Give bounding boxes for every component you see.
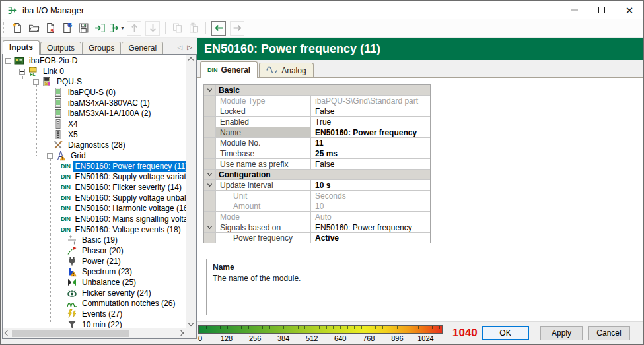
tab-scroll-right-icon[interactable]: ▷ — [187, 44, 192, 51]
tree-item-label[interactable]: Phasor (20) — [80, 245, 125, 256]
property-value[interactable]: ibaPQU-S\Grid\Standard part — [311, 96, 430, 106]
tab-general[interactable]: General — [122, 42, 163, 54]
tree-item[interactable]: DINEN50160: Harmonic voltage (16) — [3, 203, 186, 214]
tree-item-label[interactable]: PQU-S — [55, 77, 84, 87]
tab-analog[interactable]: Analog — [259, 63, 313, 77]
maximize-button[interactable] — [588, 1, 616, 19]
tree-item[interactable]: Commutation notches (26) — [3, 298, 186, 309]
property-value[interactable]: False — [311, 106, 430, 116]
tree-item-label[interactable]: Unbalance (25) — [80, 277, 138, 288]
tree-item-label[interactable]: Diagnostics (28) — [66, 140, 127, 150]
open-config-s-button[interactable]: s — [42, 20, 59, 36]
property-value[interactable]: Seconds — [311, 191, 430, 201]
tree-item[interactable]: Flicker severity (24) — [3, 288, 186, 298]
tree-item-label[interactable]: EN50160: Supply voltage unbala — [73, 193, 186, 203]
tree-item[interactable]: DINEN50160: Flicker severity (14) — [3, 182, 186, 193]
tab-inputs[interactable]: Inputs — [3, 40, 40, 55]
tree-item[interactable]: ibaPQU-S (0) — [3, 87, 186, 98]
tree-item[interactable]: Basic (19) — [3, 235, 186, 245]
tree-item[interactable]: X5 — [3, 129, 186, 140]
tree-item[interactable]: DINEN50160: Mains signalling voltag — [3, 214, 186, 224]
tree-item[interactable]: Power (21) — [3, 256, 186, 267]
collapse-icon[interactable] — [47, 153, 53, 159]
tree-item-label[interactable]: EN50160: Mains signalling voltag — [73, 214, 186, 224]
property-value[interactable]: EN50160: Power frequency — [311, 127, 430, 137]
section-label[interactable]: Configuration — [216, 170, 430, 179]
toolbar-grip[interactable] — [3, 22, 5, 34]
tree-item-label[interactable]: ibaMS3xAI-1A/100A (2) — [66, 108, 153, 119]
tree-item-label[interactable]: Power (21) — [80, 256, 123, 267]
tree-vertical-scrollbar[interactable] — [186, 55, 196, 328]
scroll-left-icon[interactable] — [5, 330, 10, 336]
tree-item[interactable]: FLLink 0 — [3, 66, 186, 77]
open-config-b-button[interactable]: B — [59, 20, 75, 36]
tree-item-label[interactable]: X4 — [66, 119, 80, 129]
property-value[interactable]: EN50160: Power frequency — [311, 222, 430, 232]
tree-item-label[interactable]: EN50160: Flicker severity (14) — [73, 182, 184, 193]
tree-item-label[interactable]: Grid — [69, 150, 88, 161]
property-value[interactable]: Active — [311, 233, 430, 243]
tree-item-label[interactable]: EN50160: Power frequency (11) — [73, 161, 186, 172]
tree-horizontal-scrollbar[interactable] — [3, 328, 186, 338]
scroll-right-icon[interactable] — [178, 330, 184, 336]
dropdown-caret-icon[interactable]: ▼ — [120, 26, 125, 30]
tree-item-label[interactable]: EN50160: Supply voltage variatio — [73, 172, 186, 182]
tree-item-label[interactable]: ibaPQU-S (0) — [66, 87, 118, 98]
scroll-down-icon[interactable] — [188, 321, 194, 326]
chevron-down-icon[interactable] — [204, 222, 216, 232]
collapse-icon[interactable] — [5, 58, 11, 64]
tree-item[interactable]: Events (27) — [3, 309, 186, 319]
tree-item[interactable]: ibaMS3xAI-1A/100A (2) — [3, 108, 186, 119]
property-value[interactable]: 10 s — [311, 180, 430, 190]
cancel-button[interactable]: Cancel — [588, 326, 630, 340]
property-value[interactable]: False — [311, 159, 430, 169]
tree-item[interactable]: 10 min (22) — [3, 319, 186, 328]
tab-outputs[interactable]: Outputs — [40, 42, 81, 54]
tree-item-label[interactable]: Spectrum (23) — [80, 267, 134, 277]
close-button[interactable]: ✕ — [616, 1, 643, 19]
scrollbar-thumb[interactable] — [12, 330, 129, 337]
tree-item-label[interactable]: Events (27) — [80, 309, 124, 319]
property-value[interactable]: 11 — [311, 138, 430, 148]
tree-item-label[interactable]: X5 — [66, 129, 80, 140]
tree-item-label[interactable]: EN50160: Harmonic voltage (16) — [73, 203, 186, 214]
tree-item[interactable]: DINEN50160: Power frequency (11) — [3, 161, 186, 172]
new-configuration-button[interactable] — [9, 20, 26, 36]
tree-item[interactable]: Diagnostics (28) — [3, 140, 186, 150]
tree-item-label[interactable]: ibaFOB-2io-D — [27, 55, 79, 66]
open-file-button[interactable] — [26, 20, 42, 36]
tree-item-label[interactable]: ibaMS4xAI-380VAC (1) — [66, 98, 152, 108]
property-value[interactable]: Auto — [311, 212, 430, 222]
property-value[interactable]: True — [311, 117, 430, 127]
collapse-icon[interactable] — [19, 69, 25, 75]
property-value[interactable]: 10 — [311, 201, 430, 211]
tree-item-label[interactable]: 10 min (22) — [80, 319, 124, 328]
apply-button[interactable]: Apply — [540, 326, 583, 340]
chevron-down-icon[interactable] — [204, 170, 216, 179]
chevron-down-icon[interactable] — [204, 85, 216, 95]
tree-item[interactable]: Unbalance (25) — [3, 277, 186, 288]
tree-item[interactable]: Grid — [3, 150, 186, 161]
tree-item[interactable]: Phasor (20) — [3, 245, 186, 256]
tree-item[interactable]: ibaMS4xAI-380VAC (1) — [3, 98, 186, 108]
save-button[interactable] — [75, 20, 92, 36]
property-value[interactable]: 25 ms — [311, 148, 430, 158]
tree-item[interactable]: Spectrum (23) — [3, 267, 186, 277]
tree-item-label[interactable]: Flicker severity (24) — [80, 288, 153, 298]
minimize-button[interactable] — [560, 1, 588, 19]
tree-item[interactable]: DINEN50160: Supply voltage unbala — [3, 193, 186, 203]
tree-item[interactable]: ibaFOB-2io-D — [3, 55, 186, 66]
tree-item-label[interactable]: Basic (19) — [80, 235, 120, 245]
scroll-up-icon[interactable] — [188, 57, 194, 63]
tab-general[interactable]: DIN General — [200, 61, 258, 78]
ok-button[interactable]: OK — [482, 326, 529, 340]
collapse-icon[interactable] — [33, 79, 39, 85]
chevron-down-icon[interactable] — [204, 180, 216, 190]
section-label[interactable]: Basic — [216, 85, 430, 95]
navigate-back-button[interactable] — [211, 21, 226, 36]
tree-item-label[interactable]: Commutation notches (26) — [80, 298, 177, 309]
tree-item[interactable]: X4 — [3, 119, 186, 129]
tree-item-label[interactable]: EN50160: Voltage events (18) — [73, 224, 183, 235]
tab-scroll-left-icon[interactable]: ◁ — [178, 44, 183, 51]
tree-item-label[interactable]: Link 0 — [41, 66, 66, 77]
